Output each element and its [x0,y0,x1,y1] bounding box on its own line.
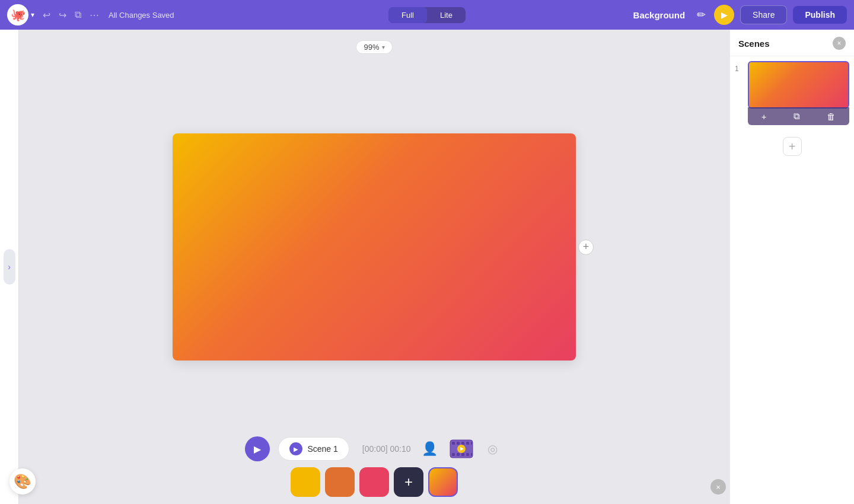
scene-number-1: 1 [735,61,743,73]
logo-icon: 🐙 [11,8,26,22]
mode-full-button[interactable]: Full [388,7,427,23]
scene-delete-button[interactable]: 🗑 [823,110,839,123]
more-button[interactable]: ⋯ [87,7,101,23]
color-swatch-pink[interactable] [359,467,389,497]
svg-rect-3 [457,442,460,445]
svg-rect-11 [471,453,472,456]
left-panel: › [0,30,19,504]
canvas-area: 99% ▾ + ▶ ▶ Scene 1 [19,30,729,504]
svg-rect-2 [452,442,455,445]
scenes-panel: Scenes × 1 + ⧉ [729,30,854,504]
duplicate-icon: ⧉ [794,111,800,121]
zoom-dropdown-icon: ▾ [382,44,385,50]
avatar-icon: 👤 [422,441,438,457]
canvas-add-element-button[interactable]: + [578,240,594,255]
duplicate-button[interactable]: ⧉ [72,7,84,23]
scene-selector-button[interactable]: ▶ Scene 1 [278,437,349,461]
main-play-button[interactable]: ▶ [245,436,270,461]
zoom-value: 99% [364,43,379,52]
color-swatch-orange[interactable] [325,467,355,497]
trash-icon: 🗑 [827,111,836,122]
plus-icon: + [761,111,767,122]
plus-icon: + [583,241,589,253]
scene-play-mini-icon: ▶ [289,442,302,455]
preview-play-button[interactable]: ▶ [714,5,734,25]
gradient-swatch-selected[interactable] [428,467,458,497]
camera-button[interactable]: ◎ [482,438,504,460]
app-menu-arrow[interactable]: ▾ [31,11,34,19]
timecode-display: [00:00] 00:10 [362,444,411,454]
topbar: 🐙 ▾ ↩ ↪ ⧉ ⋯ All Changes Saved Full Lite … [0,0,854,30]
scene-add-button[interactable]: + [758,110,770,123]
scene-name-label: Scene 1 [307,444,337,454]
avatar-button[interactable]: 👤 [419,438,441,460]
palette-button[interactable]: 🎨 [9,468,36,495]
scene-thumbnail-1[interactable] [748,61,849,109]
scenes-header: Scenes × [730,30,854,56]
film-button[interactable] [449,436,474,461]
color-swatch-yellow[interactable] [291,467,320,497]
scenes-title: Scenes [738,39,770,49]
scene-item-1: 1 + ⧉ 🗑 [735,61,849,125]
edit-icon-button[interactable]: ✏ [694,6,708,24]
plus-icon: + [789,140,796,154]
bottom-close-button[interactable]: × [710,479,726,495]
publish-button[interactable]: Publish [793,6,847,24]
palette-icon: 🎨 [14,473,31,490]
section-label: Background [633,10,686,20]
svg-rect-8 [457,453,460,456]
color-swatches: + [291,467,458,497]
scenes-close-button[interactable]: × [833,37,846,50]
add-new-scene-button[interactable]: + [783,137,802,156]
scene-actions-1: + ⧉ 🗑 [748,107,849,125]
redo-button[interactable]: ↪ [56,7,69,23]
save-status: All Changes Saved [109,11,174,20]
add-color-button[interactable]: + [394,467,423,497]
svg-rect-10 [466,453,469,456]
svg-rect-9 [461,453,464,456]
svg-rect-7 [452,453,455,456]
camera-icon: ◎ [487,442,498,456]
svg-rect-6 [471,442,472,445]
app-logo[interactable]: 🐙 [7,4,28,25]
main-canvas[interactable]: + [173,133,576,361]
undo-button[interactable]: ↩ [40,7,53,23]
plus-icon: + [404,474,413,490]
x-icon: × [716,483,721,492]
play-icon: ▶ [721,10,728,20]
bottom-bar: ▶ ▶ Scene 1 [00:00] 00:10 👤 [19,433,729,504]
canvas-wrapper: + [19,61,729,433]
history-controls: ↩ ↪ ⧉ ⋯ [40,7,101,23]
panel-toggle-button[interactable]: › [4,249,15,285]
mode-toggle-group: Full Lite [388,7,466,23]
zoom-control[interactable]: 99% ▾ [356,40,392,54]
svg-rect-4 [461,442,464,445]
play-triangle-icon: ▶ [254,444,261,455]
topbar-right: Background ✏ ▶ Share Publish [633,5,847,25]
pencil-icon: ✏ [697,8,706,21]
close-icon: × [837,39,841,47]
main-layout: › 99% ▾ + ▶ ▶ S [0,30,854,504]
scenes-list: 1 + ⧉ 🗑 [730,56,854,132]
film-icon [449,436,474,461]
share-button[interactable]: Share [740,5,787,24]
scene-thumb-wrap-1[interactable]: + ⧉ 🗑 [748,61,849,125]
mode-lite-button[interactable]: Lite [427,7,466,23]
svg-rect-5 [466,442,469,445]
player-controls: ▶ ▶ Scene 1 [00:00] 00:10 👤 [245,436,503,461]
scene-duplicate-button[interactable]: ⧉ [790,110,804,123]
